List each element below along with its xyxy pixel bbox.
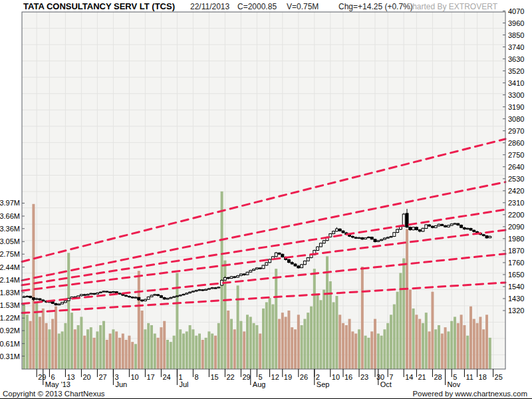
- volume-bar: [86, 329, 89, 369]
- volume-bar: [447, 331, 450, 369]
- candle-body: [134, 297, 137, 298]
- volume-bar: [96, 331, 98, 369]
- volume-bar: [233, 329, 236, 369]
- volume-bar: [406, 229, 408, 369]
- volume-bar: [431, 292, 434, 369]
- volume-bar: [466, 336, 469, 369]
- volume-bar: [285, 317, 287, 369]
- volume-bar: [259, 334, 261, 369]
- date-tick-label: 10: [332, 373, 340, 381]
- volume-bar: [198, 334, 201, 369]
- price-tick-label: 1650: [508, 271, 524, 279]
- candle-body: [26, 296, 29, 297]
- volume-bar: [361, 267, 364, 369]
- candle-body: [364, 238, 367, 239]
- volume-bar: [246, 315, 249, 369]
- candle-body: [422, 228, 424, 231]
- volume-bar: [383, 329, 386, 369]
- candle-body: [393, 233, 396, 237]
- volume-bar: [342, 323, 344, 369]
- candle-body: [259, 268, 261, 269]
- candle-body: [61, 303, 64, 304]
- candle-body: [319, 243, 322, 247]
- volume-bar: [125, 340, 128, 369]
- volume-bar: [102, 321, 105, 369]
- volume-bar: [364, 336, 367, 369]
- volume-bar: [317, 294, 319, 369]
- volume-bar: [26, 315, 29, 369]
- volume-bar: [55, 307, 57, 369]
- candle-body: [367, 237, 370, 237]
- volume-bar: [338, 315, 341, 369]
- candle-body: [239, 274, 242, 275]
- candle-body: [434, 226, 437, 228]
- price-tick-label: 1870: [508, 247, 524, 255]
- chartnexus-window: TATA CONSULTANCY SERV LT (TCS) 22/11/201…: [0, 0, 532, 399]
- price-tick-label: 3080: [508, 115, 524, 123]
- volume-bar: [90, 327, 92, 369]
- volume-bar: [237, 285, 239, 369]
- price-tick-label: 3960: [508, 19, 524, 27]
- volume-bar: [457, 323, 460, 369]
- month-label: Sep: [317, 380, 330, 388]
- volume-tick-label: 0.61M: [0, 340, 20, 348]
- price-tick-label: 3190: [508, 103, 524, 111]
- candle-body: [29, 296, 32, 297]
- candle-body: [431, 226, 434, 227]
- volume-bar: [128, 336, 130, 369]
- candle-body: [144, 299, 146, 301]
- candle-body: [192, 291, 194, 292]
- candle-body: [55, 304, 57, 305]
- volume-bar: [45, 323, 48, 369]
- volume-bar: [275, 269, 277, 369]
- volume-bar: [485, 315, 488, 369]
- candle-body: [106, 291, 108, 292]
- volume-bar: [205, 338, 207, 369]
- volume-bar: [367, 338, 370, 369]
- volume-bar: [399, 273, 402, 369]
- volume-tick-label: 3.97M: [0, 199, 20, 207]
- volume-bar: [23, 305, 25, 369]
- volume-bar: [74, 329, 76, 369]
- candle-body: [223, 278, 226, 281]
- candle-body: [438, 224, 440, 225]
- candle-body: [96, 293, 98, 294]
- candle-body: [489, 236, 491, 237]
- volume-tick-label: 2.44M: [0, 263, 20, 271]
- volume-bar: [412, 309, 415, 369]
- candle-body: [444, 225, 447, 227]
- candle-body: [154, 295, 156, 295]
- volume-bar: [294, 329, 297, 369]
- date-tick-label: 28: [434, 373, 442, 381]
- candle-body: [227, 277, 229, 278]
- volume-bar: [157, 338, 160, 369]
- price-tick-label: 3630: [508, 55, 524, 63]
- volume-bar: [393, 305, 396, 369]
- candle-body: [358, 237, 360, 238]
- candle-body: [230, 277, 233, 279]
- candle-body: [294, 264, 297, 266]
- price-tick-label: 2970: [508, 127, 524, 135]
- candle-body: [80, 295, 82, 296]
- price-chart[interactable]: 4070396038503740363035203410330031903080…: [0, 0, 532, 399]
- volume-bar: [460, 315, 463, 369]
- candle-body: [301, 265, 303, 268]
- volume-bar: [265, 302, 268, 369]
- candle-body: [457, 223, 460, 225]
- volume-bar: [32, 204, 35, 369]
- candle-body: [128, 297, 130, 297]
- volume-bar: [243, 331, 245, 369]
- volume-bar: [409, 290, 412, 369]
- candle-body: [211, 288, 213, 289]
- candle-body: [112, 292, 114, 293]
- powered-by-link[interactable]: Powered by www.chartnexus.com: [412, 390, 527, 398]
- price-tick-label: 2310: [508, 199, 524, 207]
- date-tick-label: 19: [284, 373, 292, 381]
- price-tick-label: 3300: [508, 91, 524, 99]
- volume-bar: [118, 338, 121, 369]
- candle-body: [102, 291, 105, 292]
- month-label: Aug: [253, 380, 266, 388]
- price-tick-label: 2200: [508, 211, 524, 219]
- volume-bar: [122, 334, 124, 369]
- volume-bar: [438, 325, 440, 369]
